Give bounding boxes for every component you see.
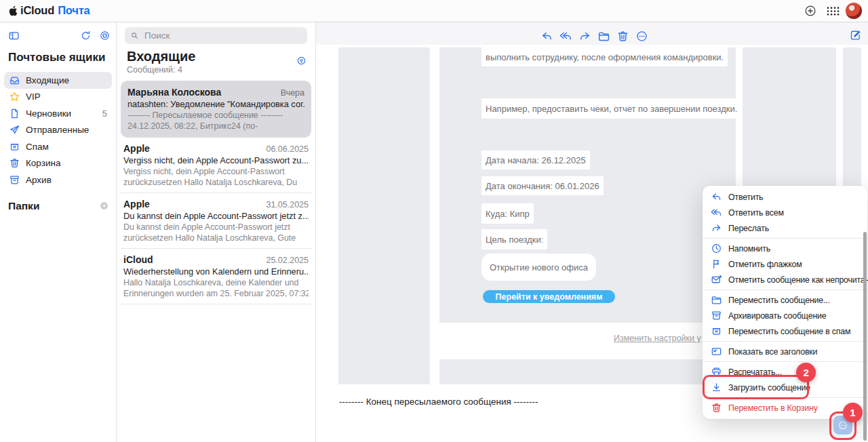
reply-icon[interactable]: [540, 30, 553, 43]
email-row[interactable]: Apple06.06.2025 Vergiss nicht, dein Appl…: [121, 138, 311, 193]
apps-grid-icon[interactable]: [827, 7, 840, 16]
email-row-selected[interactable]: Марьяна КолосковаВчера natashten: Уведом…: [121, 81, 311, 138]
menu-item-label: Отметить флажком: [728, 260, 802, 269]
sidebar-item-label: Черновики: [26, 108, 71, 119]
forwarded-message-end: -------- Конец пересылаемого сообщения -…: [339, 397, 538, 407]
list-count: Сообщений: 4: [127, 65, 305, 75]
menu-item-move-to-spam[interactable]: Переместить сообщение в спам: [703, 323, 867, 339]
menu-item-label: Напомнить: [728, 244, 770, 254]
annotation-badge-2: 2: [796, 363, 816, 382]
sidebar-item-label: Отправленные: [26, 125, 89, 135]
menu-item-label: Ответить всем: [728, 208, 784, 218]
body-line: Куда: Кипр: [481, 203, 534, 224]
email-row[interactable]: Apple31.05.2025 Du kannst dein Apple Acc…: [121, 193, 311, 249]
avatar[interactable]: [846, 3, 862, 19]
more-icon[interactable]: [635, 30, 648, 43]
sidebar-item-spam[interactable]: Спам: [4, 138, 112, 155]
reply-all-icon: [711, 207, 722, 218]
email-subject: Vergiss nicht, dein Apple Account-Passwo…: [123, 155, 309, 166]
sidebar-item-trash[interactable]: Корзина: [4, 155, 112, 172]
sidebar-item-archive[interactable]: Архив: [4, 172, 112, 188]
menu-item-forward[interactable]: Переслать: [703, 220, 867, 236]
email-subject: Du kannst dein Apple Account-Passwort je…: [123, 210, 309, 222]
menu-item-label: Показать все заголовки: [728, 347, 817, 357]
search-input[interactable]: [143, 30, 302, 41]
sidebar-toolbar: [0, 28, 116, 48]
sidebar-toggle-icon[interactable]: [8, 30, 20, 41]
body-line: выполнить сотруднику, после оформления к…: [481, 47, 728, 66]
sidebar-item-inbox[interactable]: Входящие: [4, 72, 112, 89]
menu-item-mark-unread[interactable]: Отметить сообщение как непрочитанное: [703, 272, 867, 287]
menu-item-label: Переслать: [728, 224, 769, 233]
spam-box-icon: [9, 141, 20, 153]
menu-item-label: Загрузить сообщение: [728, 383, 810, 393]
email-preview: Erinnerungen wurden am 25. Februar 2025,…: [123, 288, 309, 299]
email-date: Вчера: [281, 88, 304, 98]
menu-item-label: Переместить сообщение...: [728, 296, 830, 305]
menu-item-show-headers[interactable]: Показать все заголовки: [703, 344, 867, 359]
body-line: Например, предоставить чеки, отчет по за…: [481, 98, 741, 119]
menu-item-print[interactable]: Распечатать...: [703, 364, 867, 380]
search-field[interactable]: [125, 27, 307, 44]
email-preview: 24.12.2025, 08:22, Битрикс24 (по-: [127, 121, 304, 132]
trash-icon[interactable]: [616, 30, 629, 43]
menu-item-label: Распечатать...: [728, 367, 782, 377]
draft-icon: [9, 108, 20, 119]
menu-item-label: Переместить сообщение в спам: [728, 327, 850, 336]
drafts-count: 5: [102, 108, 107, 119]
sidebar-item-sent[interactable]: Отправленные: [4, 122, 112, 139]
go-to-notifications-button[interactable]: Перейти к уведомлениям: [483, 290, 615, 303]
vertical-scrollbar[interactable]: [863, 232, 867, 441]
reply-all-icon[interactable]: [559, 30, 572, 43]
printer-icon: [711, 366, 722, 378]
trash-icon: [9, 157, 20, 169]
menu-item-reply[interactable]: Ответить: [703, 189, 867, 205]
plus-circle-icon[interactable]: [99, 201, 109, 211]
menu-item-reply-all[interactable]: Ответить всем: [703, 205, 867, 220]
email-date: 31.05.2025: [266, 200, 309, 209]
menu-item-remind[interactable]: Напомнить: [703, 241, 867, 256]
sidebar-item-drafts[interactable]: Черновики 5: [4, 105, 112, 122]
paper-plane-icon: [9, 124, 20, 136]
menu-item-label: Переместить в Корзину: [728, 403, 818, 413]
star-icon: [9, 91, 20, 102]
body-line: Цель поездки:: [481, 229, 547, 249]
body-line: Открытие нового офиса: [481, 254, 596, 281]
sidebar-item-label: Корзина: [26, 158, 60, 168]
change-settings-link[interactable]: Изменить настройки у: [614, 334, 701, 343]
settings-gear-icon[interactable]: [99, 30, 111, 41]
compose-icon[interactable]: [849, 29, 861, 41]
search-icon: [130, 31, 139, 40]
email-sender: Apple: [123, 198, 150, 210]
menu-item-download-message[interactable]: Загрузить сообщение 2: [703, 380, 867, 395]
add-circle-icon[interactable]: [804, 5, 816, 17]
trash-icon: [711, 402, 722, 414]
sidebar-item-vip[interactable]: VIP: [4, 89, 112, 106]
sidebar-title: Почтовые ящики: [8, 51, 116, 64]
menu-item-flag[interactable]: Отметить флажком: [703, 256, 867, 272]
refresh-icon[interactable]: [80, 30, 92, 41]
menu-item-archive-message[interactable]: Архивировать сообщение: [703, 308, 867, 323]
email-preview: -------- Пересылаемое сообщение --------: [127, 110, 304, 121]
menu-separator: [703, 341, 867, 342]
move-to-folder-icon[interactable]: [597, 30, 610, 43]
inbox-icon: [9, 75, 20, 86]
sidebar: Почтовые ящики Входящие VIP Черновики 5 …: [0, 22, 117, 442]
forward-icon: [711, 222, 722, 234]
menu-separator: [703, 361, 867, 362]
email-row[interactable]: iCloud25.02.2025 Wiederherstellung von K…: [121, 249, 311, 304]
message-list-pane: Входящие Сообщений: 4 Марьяна КолосковаВ…: [117, 22, 316, 442]
headers-icon: [711, 346, 722, 357]
body-line: Дата начала: 26.12.2025: [481, 150, 590, 169]
forward-icon[interactable]: [578, 30, 591, 43]
list-header: Входящие Сообщений: 4: [127, 49, 305, 75]
email-body-main: выполнить сотруднику, после оформления к…: [439, 47, 736, 323]
body-line: Дата окончания: 06.01.2026: [481, 176, 604, 195]
app-title: iCloudПочта: [20, 4, 90, 17]
reading-pane: выполнить сотруднику, после оформления к…: [316, 22, 868, 442]
clock-icon: [711, 243, 722, 254]
folders-section: Папки: [8, 200, 109, 212]
filter-icon[interactable]: [296, 56, 307, 66]
email-preview: zurücksetzen Hallo Natalja Loschkareva, …: [123, 233, 309, 243]
menu-item-move-message[interactable]: Переместить сообщение...: [703, 292, 867, 308]
